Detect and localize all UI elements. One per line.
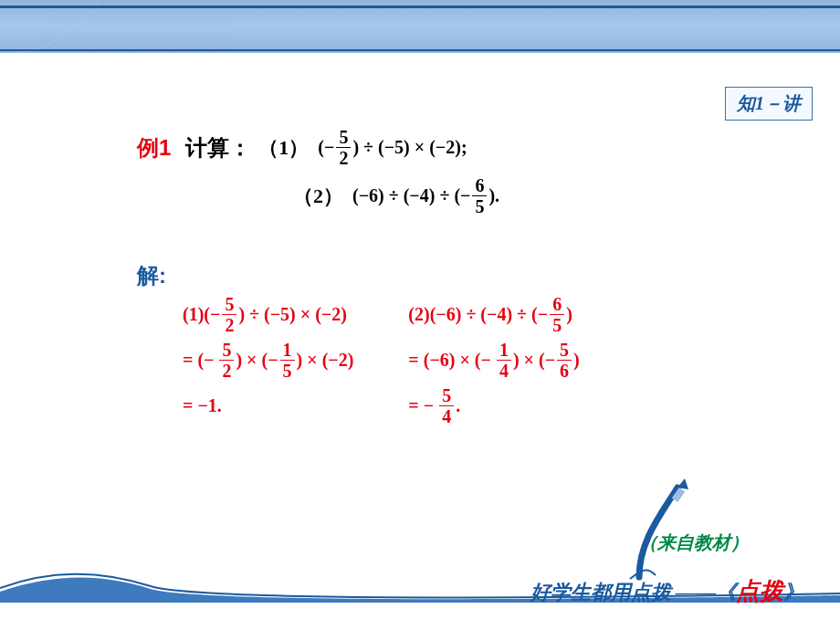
solution-columns: (1)(− 52 ) ÷ (−5) × (−2) = (− 52 ) × (− … [183, 287, 767, 433]
example-label: 例1 [137, 133, 171, 163]
item-1-label: （1） [258, 134, 309, 162]
problem-2-expr: (−6) ÷ (−4) ÷ (− 65 ). [352, 176, 499, 215]
tagline-red: 点拨 [736, 578, 783, 604]
header-line [0, 49, 840, 51]
content-area: 例1 计算： （1） (− 52 ) ÷ (−5) × (−2); （2） (−… [137, 128, 767, 433]
problem-1-expr: (− 52 ) ÷ (−5) × (−2); [318, 128, 467, 167]
topic-badge: 知1－讲 [725, 87, 813, 121]
tagline: 好学生都用点拨 ——《点拨》 [530, 575, 804, 607]
problem-row-2: （2） (−6) ÷ (−4) ÷ (− 65 ). [286, 176, 767, 215]
item-2-label: （2） [293, 183, 343, 210]
tagline-close: 》 [783, 581, 803, 604]
solution-label: 解: [137, 261, 166, 290]
calc-label: 计算： [185, 133, 251, 163]
pencil-icon [612, 477, 694, 586]
solution-2: (2)(−6) ÷ (−4) ÷ (− 65 ) = (−6) × (− 14 … [408, 287, 579, 433]
tagline-blue: 好学生都用点拨 ——《 [530, 581, 737, 604]
solution-1: (1)(− 52 ) ÷ (−5) × (−2) = (− 52 ) × (− … [183, 287, 353, 433]
header-line [0, 5, 840, 8]
problem-row-1: 例1 计算： （1） (− 52 ) ÷ (−5) × (−2); [137, 128, 767, 167]
